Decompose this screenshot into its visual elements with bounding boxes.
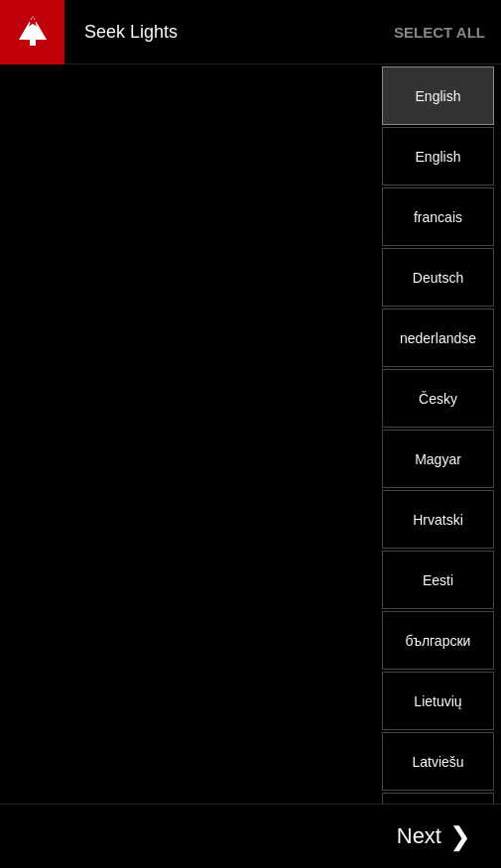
lang-button-english-top[interactable]: English <box>382 66 494 125</box>
lang-button-eesti[interactable]: Eesti <box>382 551 494 609</box>
lang-button-hrvatski[interactable]: Hrvatski <box>382 490 494 549</box>
lang-button-deutsch[interactable]: Deutsch <box>382 248 494 307</box>
svg-rect-1 <box>30 40 36 46</box>
lang-button-bulgarski[interactable]: български <box>382 611 494 670</box>
select-all-button[interactable]: SELECT ALL <box>378 0 501 64</box>
main-content: EnglishEnglishfrancaisDeutschnederlandse… <box>0 64 501 804</box>
blank-area <box>0 64 382 804</box>
app-logo <box>0 0 64 64</box>
next-button[interactable]: Next ❯ <box>367 821 501 852</box>
app-title: Seek Lights <box>64 22 378 43</box>
tree-icon <box>13 12 53 52</box>
lang-button-francais[interactable]: francais <box>382 187 494 246</box>
lang-button-cesky[interactable]: Česky <box>382 369 494 428</box>
next-label: Next <box>397 823 441 849</box>
lang-button-nederlandse[interactable]: nederlandse <box>382 309 494 367</box>
lang-button-english[interactable]: English <box>382 127 494 186</box>
language-list: EnglishEnglishfrancaisDeutschnederlandse… <box>382 64 501 804</box>
lang-button-magyar[interactable]: Magyar <box>382 430 494 488</box>
footer: Next ❯ <box>0 804 501 868</box>
app-header: Seek Lights SELECT ALL <box>0 0 501 64</box>
lang-button-latviesu[interactable]: Latviešu <box>382 732 494 791</box>
lang-button-lietuvy[interactable]: Lietuvių <box>382 672 494 730</box>
lang-button-slovenscina[interactable]: Slovenščina <box>382 793 494 804</box>
next-arrow-icon: ❯ <box>449 821 471 852</box>
